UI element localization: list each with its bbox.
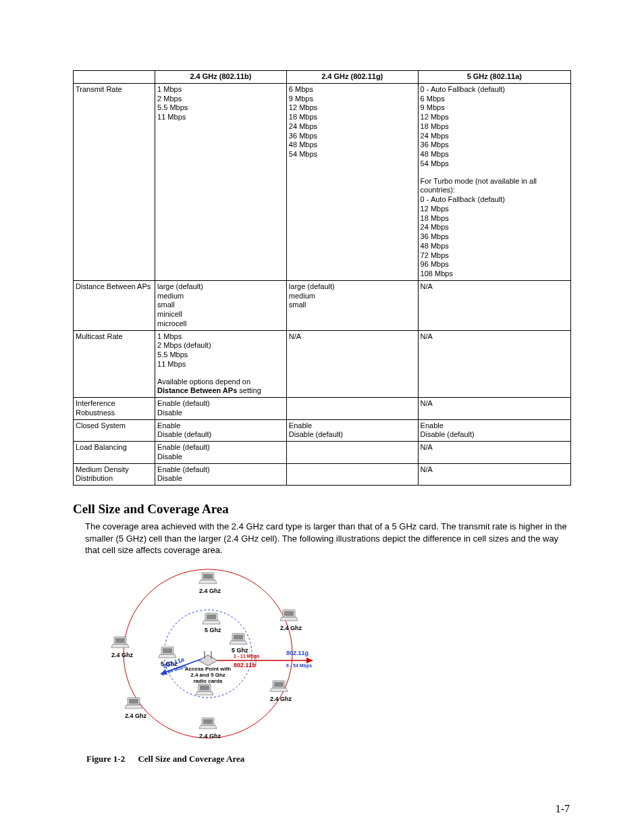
- value: Enable (default): [157, 465, 284, 475]
- value: minicell: [157, 310, 284, 319]
- value: 6 Mbps: [289, 85, 416, 95]
- label-802-11g: 802.11g: [286, 650, 308, 656]
- turbo-intro: For Turbo mode (not available in all cou…: [421, 177, 568, 196]
- label-24ghz: 2.4 Ghz: [125, 712, 147, 719]
- row-label: Medium Density Distribution: [74, 463, 155, 486]
- value: 1 Mbps: [157, 85, 284, 95]
- value: 48 Mbps: [421, 242, 568, 251]
- value: microcell: [157, 319, 284, 329]
- value: 36 Mbps: [421, 232, 568, 242]
- value: Disable (default): [289, 430, 416, 440]
- value: 0 - Auto Fallback (default): [421, 195, 568, 205]
- figure-caption: Figure 1-2 Cell Size and Coverage Area: [86, 754, 571, 764]
- value: 48 Mbps: [421, 150, 568, 159]
- label-802-11b: 802.11b: [234, 662, 257, 669]
- value: Enable: [289, 421, 416, 431]
- value: Disable: [157, 409, 284, 418]
- label-ap-line3: radio cards: [193, 678, 223, 684]
- value: Disable (default): [157, 430, 284, 440]
- table-row: Closed System Enable Disable (default) E…: [74, 419, 571, 442]
- value: medium: [289, 292, 416, 301]
- value: small: [289, 301, 416, 310]
- value: 2 Mbps (default): [157, 341, 284, 350]
- label-24ghz: 2.4 Ghz: [270, 696, 292, 702]
- label-802-11g-rate: 6 - 54 Mbps: [286, 663, 312, 669]
- value: 11 Mbps: [157, 113, 284, 122]
- label-ap-line2: 2.4 and 5 Ghz: [190, 672, 225, 678]
- cell-11b: large (default) medium small minicell mi…: [155, 280, 287, 330]
- row-label: Distance Between APs: [74, 280, 155, 330]
- cell-11g: N/A: [286, 330, 418, 398]
- row-label: Multicast Rate: [74, 330, 155, 398]
- value: 36 Mbps: [421, 140, 568, 150]
- value: 9 Mbps: [289, 95, 416, 104]
- table-row: Transmit Rate 1 Mbps 2 Mbps 5.5 Mbps 11 …: [74, 83, 571, 280]
- row-label: Load Balancing: [74, 442, 155, 464]
- cell-11g: 6 Mbps 9 Mbps 12 Mbps 18 Mbps 24 Mbps 36…: [286, 83, 418, 280]
- page-number: 1-7: [556, 803, 570, 815]
- cell-11a: N/A: [418, 280, 570, 330]
- label-24ghz: 2.4 Ghz: [199, 733, 221, 739]
- value: Enable: [157, 421, 284, 431]
- value: Enable (default): [157, 443, 284, 452]
- value: Disable (default): [421, 430, 568, 440]
- value: Disable: [157, 474, 284, 484]
- value: medium: [157, 292, 284, 301]
- cell-11b: 1 Mbps 2 Mbps (default) 5.5 Mbps 11 Mbps…: [155, 330, 287, 398]
- value: large (default): [157, 282, 284, 292]
- cell-11a: N/A: [418, 442, 570, 464]
- value: 36 Mbps: [289, 132, 416, 141]
- value: large (default): [289, 282, 416, 292]
- col-header-11g: 2.4 GHz (802.11g): [286, 71, 418, 84]
- label-24ghz: 2.4 Ghz: [111, 652, 134, 658]
- value: 96 Mbps: [421, 260, 568, 269]
- label-ap-line1: Access Point with: [185, 666, 232, 672]
- value: 5.5 Mbps: [157, 350, 284, 360]
- cell-11b: Enable (default) Disable: [155, 398, 287, 420]
- table-row: Load Balancing Enable (default) Disable …: [74, 442, 571, 464]
- label-5ghz: 5 Ghz: [205, 627, 221, 633]
- cell-11a: 0 - Auto Fallback (default) 6 Mbps 9 Mbp…: [418, 83, 570, 280]
- value: 12 Mbps: [421, 113, 568, 122]
- cell-11b: 1 Mbps 2 Mbps 5.5 Mbps 11 Mbps: [155, 83, 287, 280]
- value: 0 - Auto Fallback (default): [421, 85, 568, 95]
- value: small: [157, 301, 284, 310]
- cell-11g: large (default) medium small: [286, 280, 418, 330]
- value: 108 Mbps: [421, 269, 568, 279]
- col-header-11b: 2.4 GHz (802.11b): [155, 71, 287, 84]
- label-802-11b-rate: 1 - 11 Mbps: [234, 654, 259, 659]
- label-5ghz: 5 Ghz: [232, 647, 248, 654]
- value: 1 Mbps: [157, 332, 284, 342]
- cell-11b: Enable (default) Disable: [155, 463, 287, 486]
- value: 11 Mbps: [157, 360, 284, 369]
- row-label: Transmit Rate: [74, 83, 155, 280]
- cell-11b: Enable Disable (default): [155, 419, 287, 442]
- cell-11a: Enable Disable (default): [418, 419, 570, 442]
- figure-cell-coverage: 2.4 Ghz 2.4 Ghz 2.4 Ghz 2.4 Ghz 2.4 Ghz …: [86, 566, 571, 764]
- cell-11g: [286, 442, 418, 464]
- value: 24 Mbps: [289, 122, 416, 132]
- svg-point-0: [124, 569, 292, 738]
- value: 6 Mbps: [421, 95, 568, 104]
- value: 2 Mbps: [157, 95, 284, 104]
- table-header-row: 2.4 GHz (802.11b) 2.4 GHz (802.11g) 5 GH…: [74, 71, 571, 84]
- label-24ghz: 2.4 Ghz: [199, 588, 221, 594]
- value: 54 Mbps: [289, 150, 416, 159]
- section-heading: Cell Size and Coverage Area: [73, 502, 571, 517]
- value: 12 Mbps: [289, 103, 416, 113]
- note-bold: Distance Between APs: [157, 386, 237, 394]
- multicast-note: Available options depend on Distance Bet…: [157, 377, 284, 396]
- label-24ghz: 2.4 Ghz: [280, 625, 302, 631]
- value: 24 Mbps: [421, 223, 568, 232]
- col-header-11a: 5 GHz (802.11a): [418, 71, 570, 84]
- value: Enable (default): [157, 399, 284, 409]
- value: 72 Mbps: [421, 251, 568, 261]
- value: Enable: [421, 421, 568, 431]
- body-paragraph: The coverage area achieved with the 2.4 …: [85, 521, 571, 556]
- figure-title: Cell Size and Coverage Area: [138, 754, 244, 764]
- cell-11a: N/A: [418, 330, 570, 398]
- table-row: Medium Density Distribution Enable (defa…: [74, 463, 571, 486]
- value: 12 Mbps: [421, 205, 568, 214]
- row-label: Closed System: [74, 419, 155, 442]
- cell-11g: Enable Disable (default): [286, 419, 418, 442]
